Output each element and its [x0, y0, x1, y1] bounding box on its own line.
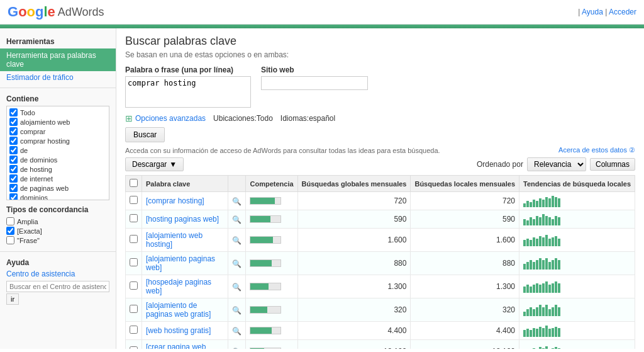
row-competition-cell: [246, 298, 297, 322]
keyword-link[interactable]: [alojamiento paginas web]: [146, 254, 215, 272]
keyword-link[interactable]: [alojamiento web hosting]: [146, 231, 203, 249]
relevancia-select[interactable]: Relevancia: [527, 157, 586, 171]
concordancia-frase-input[interactable]: [6, 236, 14, 244]
row-trend-cell: [519, 340, 635, 349]
search-icon[interactable]: 🔍: [232, 236, 242, 245]
concordancia-exacta-input[interactable]: [6, 227, 14, 235]
checkbox-de-input[interactable]: [9, 146, 18, 154]
ayuda-search-input[interactable]: [6, 281, 109, 292]
keyword-link[interactable]: [web hosting gratis]: [146, 326, 211, 335]
sidebar-item-estimador[interactable]: Estimador de tráfico: [0, 71, 116, 84]
trend-bar: [545, 235, 548, 246]
opciones-avanzadas-link[interactable]: ⊞ Opciones avanzadas: [125, 113, 206, 123]
contiene-checkbox-list: Todo alojamiento web comprar comprar hos…: [6, 106, 109, 200]
row-checkbox[interactable]: [130, 326, 138, 334]
checkbox-de-dominios: de dominios: [9, 155, 106, 164]
row-local-cell: 880: [411, 252, 519, 275]
trend-bar: [548, 198, 551, 207]
trend-bar: [542, 200, 545, 207]
trend-bar: [552, 219, 554, 225]
trend-bar: [533, 262, 535, 270]
search-icon[interactable]: 🔍: [232, 215, 242, 224]
row-search-icon-cell: 🔍: [228, 229, 246, 252]
row-checkbox[interactable]: [130, 214, 138, 222]
sitio-form-group: Sitio web: [261, 65, 368, 90]
search-icon[interactable]: 🔍: [232, 348, 242, 349]
concordancia-amplia-input[interactable]: [6, 217, 14, 225]
table-row: [comprar hosting]🔍720720: [126, 192, 635, 210]
sidebar-item-palabras-clave[interactable]: Herramienta para palabras clave: [0, 48, 116, 71]
trend-bar: [552, 196, 554, 207]
trend-bar: [523, 312, 526, 316]
trend-bar: [545, 281, 548, 293]
row-global-cell: 590: [297, 210, 411, 229]
row-local-cell: 1.600: [411, 229, 519, 252]
palabra-textarea[interactable]: comprar hosting: [125, 76, 251, 108]
centro-asistencia-link[interactable]: Centro de asistencia: [6, 270, 109, 278]
checkbox-comprar-hosting-input[interactable]: [9, 137, 18, 145]
table-row: [hosting paginas web]🔍590590: [126, 210, 635, 229]
row-checkbox[interactable]: [130, 281, 138, 290]
checkbox-dominios-input[interactable]: [9, 193, 18, 200]
ayuda-search-button[interactable]: ir: [6, 293, 19, 305]
plus-icon: ⊞: [125, 113, 133, 123]
search-icon[interactable]: 🔍: [232, 197, 242, 206]
row-checkbox-cell: [126, 322, 142, 340]
acceder-link[interactable]: Acceder: [609, 8, 636, 16]
keyword-link[interactable]: [hosting paginas web]: [146, 215, 219, 224]
trend-bar: [558, 217, 560, 225]
row-checkbox[interactable]: [130, 196, 138, 204]
trend-bars: [523, 195, 631, 207]
select-all-checkbox[interactable]: [130, 179, 138, 187]
buscar-button[interactable]: Buscar: [125, 127, 165, 142]
keyword-link[interactable]: [crear pagina web gratis]: [146, 343, 206, 349]
trend-bar: [539, 285, 541, 293]
logo-g: G: [8, 4, 18, 20]
th-search-icon: [228, 176, 246, 192]
trend-bar: [552, 260, 554, 270]
columnas-button[interactable]: Columnas: [590, 158, 635, 171]
checkbox-alojamiento-web-input[interactable]: [9, 118, 18, 126]
header-links: | Ayuda | Acceder: [578, 8, 636, 16]
trend-bar: [526, 262, 529, 270]
checkbox-de-dominios-input[interactable]: [9, 156, 18, 164]
keywords-tbody: [comprar hosting]🔍720720[hosting paginas…: [126, 192, 635, 349]
competition-bar-container: [250, 306, 281, 314]
checkbox-dominios-label: dominios: [20, 194, 48, 201]
keyword-link[interactable]: [alojamiento de paginas web gratis]: [146, 301, 211, 319]
row-checkbox[interactable]: [130, 235, 138, 243]
separator: |: [578, 8, 580, 16]
sitio-input[interactable]: [261, 76, 368, 90]
search-icon[interactable]: 🔍: [232, 306, 242, 315]
row-keyword-cell: [alojamiento paginas web]: [142, 252, 228, 275]
trend-bar: [539, 305, 541, 316]
trend-bar: [530, 287, 532, 293]
trend-bar: [539, 347, 541, 349]
descargar-chevron-icon: ▼: [169, 160, 177, 169]
trend-bar: [523, 240, 526, 246]
row-local-cell: 320: [411, 298, 519, 322]
row-checkbox[interactable]: [130, 346, 138, 349]
keyword-link[interactable]: [hospedaje paginas web]: [146, 278, 211, 295]
checkbox-de-paginas-web-input[interactable]: [9, 184, 18, 192]
checkbox-comprar-input[interactable]: [9, 127, 18, 135]
ayuda-link[interactable]: Ayuda: [582, 8, 603, 16]
ubicaciones-text: Ubicaciones:Todo: [213, 114, 273, 123]
trend-bars: [523, 345, 631, 349]
descargar-button[interactable]: Descargar ▼: [125, 157, 184, 171]
checkbox-todo-input[interactable]: [9, 108, 18, 116]
checkbox-comprar: comprar: [9, 127, 106, 136]
search-icon[interactable]: 🔍: [232, 327, 242, 336]
row-checkbox[interactable]: [130, 258, 138, 266]
trend-bar: [523, 219, 526, 225]
search-icon[interactable]: 🔍: [232, 283, 242, 292]
row-checkbox-cell: [126, 340, 142, 349]
acerca-datos-link[interactable]: Acerca de estos datos ②: [558, 146, 635, 154]
keyword-link[interactable]: [comprar hosting]: [146, 196, 204, 205]
checkbox-de-hosting-input[interactable]: [9, 165, 18, 173]
row-trend-cell: [519, 192, 635, 210]
search-icon[interactable]: 🔍: [232, 259, 242, 268]
checkbox-de-internet-input[interactable]: [9, 174, 18, 183]
row-checkbox[interactable]: [130, 305, 138, 313]
trend-bar: [545, 346, 548, 349]
